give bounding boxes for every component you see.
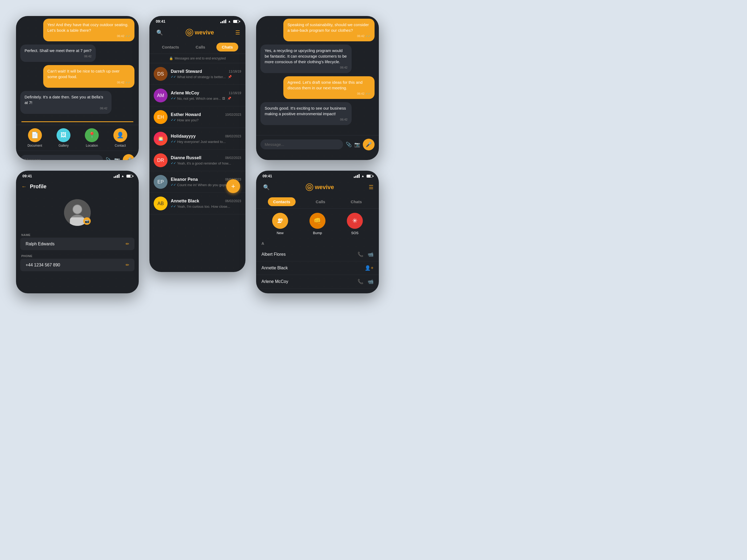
chat-item-1[interactable]: DS Darrell Steward 11/16/19 ✓✓ What kind…: [149, 63, 246, 85]
contact-row-annette[interactable]: Annette Black 👤+: [256, 261, 379, 275]
contact-label: Contact: [115, 144, 126, 148]
message-text: Perfect. Shall we meet there at 7 pm?: [25, 48, 92, 53]
section-a-header: A: [256, 239, 379, 248]
new-chat-fab[interactable]: +: [226, 179, 240, 193]
status-icons: ▲: [221, 20, 239, 23]
status-bar: 09:41 ▲: [256, 171, 379, 179]
profile-avatar-container: 📷: [16, 194, 139, 231]
avatar-esther: EH: [154, 110, 168, 124]
tab-contacts[interactable]: Contacts: [157, 43, 184, 51]
contact-action[interactable]: 👤 Contact: [113, 128, 127, 148]
chat-item-4[interactable]: 🌅 Holidaayyyy 08/02/2023 ✓✓ Hey everyone…: [149, 128, 246, 150]
name-field[interactable]: Ralph Edwards ✏: [20, 238, 134, 250]
hamburger-menu-contacts[interactable]: ☰: [369, 184, 374, 190]
read-check: ✓✓: [171, 183, 176, 187]
avatar-annette: AB: [154, 196, 168, 210]
phone-field[interactable]: +44 1234 567 890 ✏: [20, 259, 134, 271]
profile-header: ← Profile: [16, 179, 139, 194]
message-time: 06:42: [357, 92, 364, 96]
message-bubble-sent-2: Can't wait! It will be nice to catch up …: [20, 65, 134, 88]
search-button-contacts[interactable]: 🔍: [261, 182, 271, 192]
tab-chats[interactable]: Chats: [216, 43, 238, 51]
time-display: 09:41: [156, 19, 165, 24]
tab-calls[interactable]: Calls: [190, 43, 210, 51]
message-input-right[interactable]: Message...: [260, 139, 343, 149]
logo-icon: W: [186, 29, 193, 36]
hamburger-menu[interactable]: ☰: [235, 29, 240, 36]
message-input[interactable]: Message...: [20, 155, 103, 160]
profile-title: Profile: [30, 184, 46, 190]
gallery-label: Gallery: [58, 144, 69, 148]
camera-icon[interactable]: 📷: [114, 157, 120, 160]
location-label: Location: [86, 144, 98, 148]
tab-chats-contacts[interactable]: Chats: [345, 197, 367, 206]
bump-button[interactable]: 👊 Bump: [309, 213, 326, 235]
preview-text: What kind of strategy is better...: [177, 75, 226, 79]
read-check: ✓✓: [125, 81, 130, 84]
sos-button[interactable]: ✳ SOS: [347, 213, 363, 235]
contact-row-albert[interactable]: Albert Flores 📞 📹: [256, 248, 379, 261]
pin-icon: 📌: [228, 75, 232, 79]
status-bar: 09:41 ▲: [16, 171, 139, 179]
chat-date: 08/02/2023: [225, 134, 241, 138]
chat-date: 08/02/2023: [225, 156, 241, 160]
time-display: 09:41: [262, 174, 272, 178]
message-text: Sounds good. It's exciting to see our bu…: [265, 106, 346, 116]
attachment-icon[interactable]: 📎: [106, 157, 111, 160]
chat-item-2[interactable]: AM Arlene McCoy 11/16/19 ✓✓ No, not yet.…: [149, 85, 246, 106]
signal-icon: [354, 174, 360, 178]
camera-edit-badge[interactable]: 📷: [83, 217, 91, 225]
add-contact-icon-annette[interactable]: 👤+: [365, 265, 374, 271]
chat-date: 06/02/2023: [225, 199, 241, 203]
camera-icon[interactable]: 📷: [354, 141, 360, 148]
chat-item-5[interactable]: DR Dianne Russell 08/02/2023 ✓✓ Yeah, it…: [149, 150, 246, 171]
phone-icon-albert[interactable]: 📞: [358, 251, 363, 257]
name-edit-icon[interactable]: ✏: [126, 241, 129, 246]
app-name-contacts: wevive: [315, 184, 334, 191]
gallery-action[interactable]: 🖼 Gallery: [56, 128, 71, 148]
contact-name-arlene: Arlene McCoy: [261, 279, 288, 284]
chat-item-7[interactable]: AB Annette Black 06/02/2023 ✓✓ Yeah, I'm…: [149, 193, 246, 214]
contact-row-arlene[interactable]: Arlene McCoy 📞 📹: [256, 275, 379, 289]
read-check: ✓✓: [171, 161, 176, 165]
app-logo-contacts: W wevive: [306, 184, 334, 191]
message-input-bar: Message... 📎 📷 🎤: [16, 151, 139, 160]
phone-edit-icon[interactable]: ✏: [126, 262, 129, 267]
chat-info-dianne: Dianne Russell 08/02/2023 ✓✓ Yeah, it's …: [171, 156, 241, 165]
video-icon-arlene[interactable]: 📹: [368, 279, 374, 285]
video-icon-albert[interactable]: 📹: [368, 251, 374, 257]
battery-icon: [233, 20, 239, 23]
read-check: ✓✓: [365, 34, 370, 38]
chat-name: Arlene McCoy: [171, 91, 199, 96]
document-action[interactable]: 📄 Document: [27, 128, 42, 148]
name-value: Ralph Edwards: [26, 242, 55, 246]
chat-date: 11/16/19: [229, 70, 241, 73]
tab-contacts-active[interactable]: Contacts: [268, 197, 295, 206]
message-bubble-right-received-2: Sounds good. It's exciting to see our bu…: [260, 102, 375, 125]
back-button[interactable]: ←: [21, 184, 27, 190]
location-action[interactable]: 📍 Location: [85, 128, 99, 148]
chat-item-3[interactable]: EH Esther Howard 10/02/2023 ✓✓ How are y…: [149, 106, 246, 128]
contact-name-annette: Annette Black: [261, 266, 288, 270]
lock-icon: 🔒: [169, 56, 173, 60]
message-text: Agreed. Let's draft some ideas for this …: [288, 80, 363, 90]
message-text: Definitely. It's a date then. See you at…: [25, 95, 103, 105]
special-actions-bar: New 👊 Bump ✳ SOS: [256, 209, 379, 239]
mic-button-right[interactable]: 🎤: [363, 139, 375, 151]
preview-text: Yeah, it's a good reminder of how...: [177, 161, 231, 165]
read-check: ✓✓: [171, 75, 176, 79]
gallery-icon: 🖼: [56, 128, 71, 142]
tab-calls-contacts[interactable]: Calls: [310, 197, 331, 206]
status-icons: ▲: [114, 174, 132, 178]
svg-point-10: [280, 218, 283, 221]
bump-label: Bump: [313, 231, 322, 235]
encrypted-text: Messages are end to end encrypted: [175, 56, 226, 60]
mic-button[interactable]: 🎤: [123, 154, 134, 160]
phone-icon-arlene[interactable]: 📞: [358, 279, 363, 285]
chat-info-annette: Annette Black 06/02/2023 ✓✓ Yeah, I'm cu…: [171, 199, 241, 209]
location-icon: 📍: [85, 128, 99, 142]
name-field-label: NAME: [16, 231, 139, 238]
attachment-icon[interactable]: 📎: [346, 141, 352, 148]
search-button[interactable]: 🔍: [155, 28, 164, 37]
new-contact-button[interactable]: New: [272, 213, 288, 235]
